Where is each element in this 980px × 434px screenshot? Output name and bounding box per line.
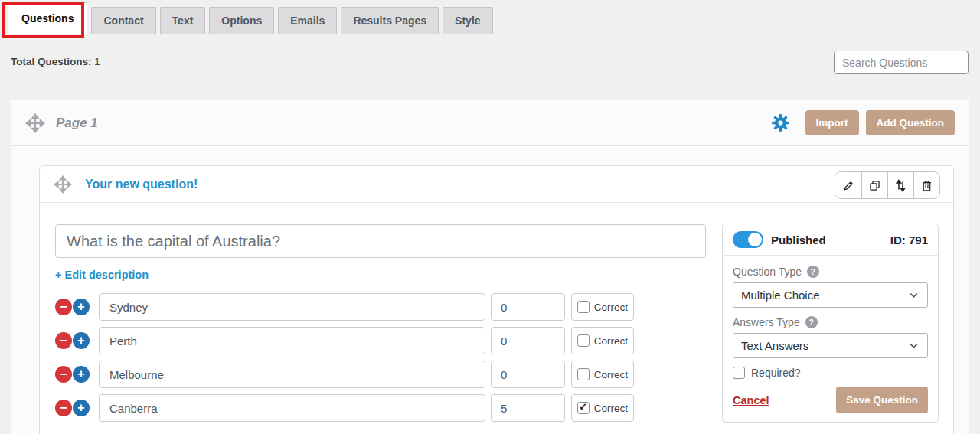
trash-icon <box>920 179 933 192</box>
gear-icon <box>771 113 790 132</box>
question-id-text: ID: 791 <box>890 233 928 246</box>
copy-icon <box>868 179 881 192</box>
correct-label: Correct <box>594 403 628 414</box>
answer-row: − + Correct <box>40 327 729 354</box>
page-title: Page 1 <box>56 116 98 131</box>
toggle-knob <box>748 233 762 246</box>
question-type-label: Question Type <box>733 266 802 278</box>
answers-type-value: Text Answers <box>741 339 908 352</box>
tab-text[interactable]: Text <box>160 7 206 34</box>
add-answer-button[interactable]: + <box>73 299 90 315</box>
tab-contact[interactable]: Contact <box>91 7 155 34</box>
question-type-value: Multiple Choice <box>741 289 908 302</box>
answer-points-input[interactable] <box>491 327 565 354</box>
question-card: Your new question! <box>39 165 954 434</box>
duplicate-question-button[interactable] <box>861 172 887 198</box>
correct-checkbox-group[interactable]: Correct <box>571 327 634 354</box>
move-icon <box>54 175 72 194</box>
remove-answer-button[interactable]: − <box>55 400 72 416</box>
tab-emails[interactable]: Emails <box>278 7 337 34</box>
remove-answer-button[interactable]: − <box>55 332 72 349</box>
import-button[interactable]: Import <box>805 110 859 135</box>
answers-type-select[interactable]: Text Answers <box>733 333 928 358</box>
answer-text-input[interactable] <box>99 327 485 354</box>
question-text-input[interactable] <box>55 224 706 258</box>
correct-label: Correct <box>594 335 628 347</box>
required-label: Required? <box>751 367 801 379</box>
answers-type-label: Answers Type <box>733 316 800 328</box>
add-answer-button[interactable]: + <box>73 366 90 383</box>
add-answer-button[interactable]: + <box>73 332 90 349</box>
chevron-down-icon <box>908 289 920 301</box>
tab-bar: Questions Contact Text Options Emails Re… <box>0 0 980 34</box>
edit-description-link[interactable]: + Edit description <box>55 269 149 281</box>
answer-text-input[interactable] <box>99 361 485 388</box>
correct-checkbox[interactable] <box>577 301 590 313</box>
sort-arrows-icon <box>894 179 907 192</box>
correct-checkbox-group[interactable]: Correct <box>571 293 634 321</box>
question-drag-handle[interactable] <box>54 175 72 194</box>
save-question-button[interactable]: Save Question <box>836 387 928 413</box>
question-settings-panel: Published ID: 791 Question Type ? Multip… <box>722 224 939 423</box>
help-icon[interactable]: ? <box>807 266 819 278</box>
published-label: Published <box>771 233 826 246</box>
total-questions-value: 1 <box>94 56 100 67</box>
remove-answer-button[interactable]: − <box>55 299 72 315</box>
answer-row: − + Correct <box>40 361 729 388</box>
pencil-icon <box>842 179 855 192</box>
answer-row: − + Correct <box>40 293 729 321</box>
total-questions-label: Total Questions: <box>11 56 92 67</box>
cancel-link[interactable]: Cancel <box>733 394 769 406</box>
edit-question-button[interactable] <box>835 172 861 198</box>
settings-panel-body: Question Type ? Multiple Choice Answers … <box>723 256 938 413</box>
correct-label: Correct <box>594 302 628 313</box>
add-answer-button[interactable]: + <box>73 400 90 416</box>
total-questions-text: Total Questions: 1 <box>11 56 100 67</box>
question-action-group <box>835 171 940 199</box>
question-type-select[interactable]: Multiple Choice <box>733 282 928 308</box>
answer-row: − + Correct <box>40 394 729 422</box>
page-drag-handle[interactable] <box>25 113 45 133</box>
answer-text-input[interactable] <box>99 293 485 321</box>
published-toggle[interactable] <box>733 231 763 248</box>
remove-answer-button[interactable]: − <box>55 366 72 383</box>
question-title-link[interactable]: Your new question! <box>85 178 198 191</box>
page-panel: Page 1 Import Add Question <box>11 100 969 434</box>
correct-checkbox[interactable] <box>577 334 590 347</box>
correct-checkbox[interactable] <box>577 368 590 380</box>
delete-question-button[interactable] <box>913 172 939 198</box>
answer-points-input[interactable] <box>491 394 565 422</box>
tab-questions[interactable]: Questions <box>8 2 87 34</box>
page-settings-button[interactable] <box>771 113 790 132</box>
tab-style[interactable]: Style <box>443 7 492 34</box>
quiz-editor-screen: Questions Contact Text Options Emails Re… <box>0 0 980 434</box>
help-icon[interactable]: ? <box>805 316 818 328</box>
correct-checkbox[interactable] <box>577 402 590 414</box>
correct-checkbox-group[interactable]: Correct <box>571 394 634 422</box>
chevron-down-icon <box>908 340 920 351</box>
question-card-header: Your new question! <box>40 166 953 203</box>
answers-list: − + Correct − + <box>40 293 729 428</box>
tab-results-pages[interactable]: Results Pages <box>341 7 439 34</box>
correct-label: Correct <box>594 369 628 380</box>
required-checkbox[interactable] <box>733 367 745 379</box>
answer-text-input[interactable] <box>99 394 485 422</box>
tab-options[interactable]: Options <box>209 7 274 34</box>
required-checkbox-group[interactable]: Required? <box>733 367 928 379</box>
answer-points-input[interactable] <box>491 293 565 321</box>
reorder-question-button[interactable] <box>887 172 913 198</box>
answer-points-input[interactable] <box>491 361 565 388</box>
question-card-body: + Edit description − + Correct <box>40 203 953 434</box>
move-icon <box>25 113 45 133</box>
settings-panel-header: Published ID: 791 <box>723 224 938 256</box>
correct-checkbox-group[interactable]: Correct <box>571 361 634 388</box>
search-questions-input[interactable] <box>834 51 969 74</box>
add-question-button[interactable]: Add Question <box>866 110 956 135</box>
page-header: Page 1 Import Add Question <box>11 100 969 146</box>
